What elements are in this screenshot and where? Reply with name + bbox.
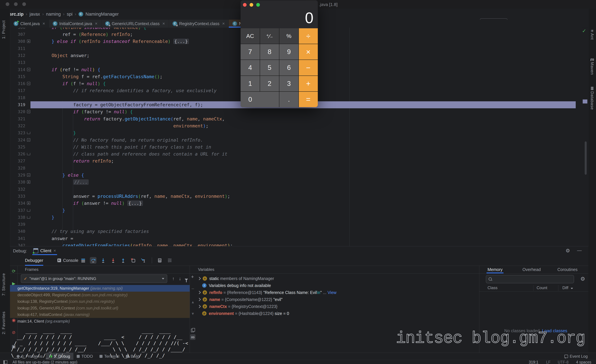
- frame-row[interactable]: main:14, Client (org.example): [10, 318, 190, 325]
- duplicate-watch-icon[interactable]: [191, 329, 194, 332]
- breadcrumb[interactable]: src.zip›javax›naming›spi›CNamingManager: [9, 9, 119, 20]
- editor-tab-genericurlcontext-class[interactable]: CGenericURLContext.class✕: [102, 20, 169, 28]
- calculator-window[interactable]: 0 AC⁺⁄₋%÷789×456−123+0.=: [241, 0, 318, 107]
- code-line-342[interactable]: 342 createObjectFromFactories(refInfo, n…: [10, 242, 582, 246]
- frame-row[interactable]: lookup:417, InitialContext (javax.naming…: [10, 311, 190, 318]
- memory-tab-coroutines[interactable]: Coroutines: [557, 266, 578, 273]
- code-line-322[interactable]: 322 environment);: [10, 122, 582, 129]
- calc-button-2[interactable]: 2: [260, 76, 279, 91]
- calc-zoom-button[interactable]: [256, 3, 260, 7]
- window-close-button[interactable]: [6, 2, 9, 6]
- calc-close-button[interactable]: [243, 3, 246, 7]
- breadcrumb-item[interactable]: naming: [46, 12, 61, 17]
- fold-marker[interactable]: −: [27, 138, 30, 141]
- calc-button-0[interactable]: 0: [241, 92, 279, 107]
- variable-row[interactable]: pname = {CompositeName@1222} "evil": [198, 296, 283, 303]
- view-link[interactable]: View: [328, 290, 336, 295]
- code-line-326[interactable]: 326 // class path and reference does not…: [10, 150, 582, 157]
- fold-marker[interactable]: [27, 153, 30, 155]
- memory-col-diff[interactable]: Diff: [562, 285, 573, 291]
- calc-button-×[interactable]: ×: [299, 44, 318, 59]
- tool-stripe-favorites[interactable]: 2: Favorites: [1, 312, 6, 335]
- calc-button-5[interactable]: 5: [260, 60, 279, 75]
- layout-settings-button[interactable]: [166, 257, 173, 264]
- code-line-327[interactable]: 327 return refInfo;: [10, 157, 582, 164]
- step-into-button[interactable]: [100, 257, 106, 264]
- fold-marker[interactable]: [27, 209, 30, 212]
- editor-tab-registrycontext-class[interactable]: CRegistryContext.class✕: [169, 20, 229, 28]
- close-icon[interactable]: ✕: [95, 22, 98, 26]
- rerun-icon[interactable]: ⟳: [10, 269, 17, 274]
- expand-chevron-icon[interactable]: [198, 291, 201, 294]
- calc-button-−[interactable]: −: [299, 60, 318, 75]
- breadcrumb-item[interactable]: spi: [67, 12, 73, 17]
- calc-button-8[interactable]: 8: [260, 44, 279, 59]
- move-watch-down-icon[interactable]: ▼: [191, 312, 195, 316]
- tool-stripe-maven[interactable]: m Maven: [590, 57, 595, 75]
- frame-row[interactable]: getObjectInstance:319, NamingManager (ja…: [10, 285, 190, 292]
- fold-marker[interactable]: [27, 216, 30, 219]
- calc-button-4[interactable]: 4: [241, 60, 260, 75]
- calc-button-AC[interactable]: AC: [241, 28, 260, 44]
- variable-row[interactable]: penvironment = {Hashtable@1224} size = 0: [198, 310, 289, 317]
- fold-marker[interactable]: +: [27, 201, 30, 205]
- code-line-337[interactable]: 337 }: [10, 207, 582, 214]
- calc-button-7[interactable]: 7: [241, 44, 260, 59]
- line-ending[interactable]: LF: [546, 360, 551, 364]
- frame-down-icon[interactable]: ↓: [179, 276, 181, 281]
- tab-console[interactable]: Console: [57, 255, 78, 266]
- fold-marker[interactable]: [27, 132, 30, 134]
- remove-watch-icon[interactable]: −: [191, 286, 194, 292]
- fold-marker[interactable]: +: [27, 40, 30, 43]
- fold-marker[interactable]: +: [27, 180, 30, 184]
- calc-button-÷[interactable]: ÷: [299, 28, 318, 44]
- caret-position[interactable]: 319:1: [529, 360, 538, 364]
- tool-stripe-ant[interactable]: ✳ Ant: [590, 29, 595, 40]
- step-over-button[interactable]: [90, 257, 97, 264]
- tool-window-toggle-icon[interactable]: [3, 360, 7, 364]
- calc-button-⁺⁄₋[interactable]: ⁺⁄₋: [260, 28, 279, 44]
- code-line-330[interactable]: 330+ //...: [10, 179, 582, 186]
- memory-tab-overhead[interactable]: Overhead: [522, 266, 541, 273]
- memory-col-count[interactable]: Count: [536, 285, 547, 291]
- variable-row[interactable]: pnameCtx = {RegistryContext@1223}: [198, 303, 277, 310]
- code-line-339[interactable]: 339: [10, 221, 582, 228]
- tool-stripe-project[interactable]: 1: Project: [1, 20, 6, 39]
- force-step-into-button[interactable]: [110, 257, 117, 264]
- calc-button-.[interactable]: .: [279, 92, 298, 107]
- thread-selector[interactable]: ✓ "main"@1 in group "main": RUNNING: [21, 274, 167, 283]
- calc-button-3[interactable]: 3: [279, 76, 298, 91]
- new-watch-icon[interactable]: +: [191, 274, 194, 280]
- frame-row[interactable]: lookup:138, RegistryContext (com.sun.jnd…: [10, 298, 190, 305]
- calc-button-1[interactable]: 1: [241, 76, 260, 91]
- show-return-values-icon[interactable]: ∞: [190, 334, 195, 340]
- code-line-332[interactable]: 332: [10, 186, 582, 193]
- fold-marker[interactable]: −: [27, 82, 30, 85]
- frame-row[interactable]: lookup:205, GenericURLContext (com.sun.j…: [10, 305, 190, 312]
- run-to-cursor-button[interactable]: [140, 257, 146, 264]
- expand-chevron-icon[interactable]: [198, 305, 201, 308]
- code-line-334[interactable]: 334+ if (answer != null) {...}: [10, 200, 582, 207]
- threads-view-icon[interactable]: [80, 257, 87, 264]
- indent-setting[interactable]: 4 spaces: [576, 360, 591, 364]
- code-line-323[interactable]: 323 }: [10, 129, 582, 136]
- calc-button-+[interactable]: +: [299, 76, 318, 91]
- move-watch-up-icon[interactable]: ▲: [191, 300, 195, 304]
- expand-chevron-icon[interactable]: [198, 298, 201, 301]
- variable-row[interactable]: iVariables debug info not available: [198, 282, 271, 289]
- event-log-button[interactable]: Event Log: [561, 353, 591, 360]
- calc-button-%[interactable]: %: [279, 28, 298, 44]
- fold-marker[interactable]: −: [27, 110, 30, 113]
- variable-row[interactable]: sstatic members of NamingManager: [198, 275, 274, 282]
- frame-up-icon[interactable]: ↑: [172, 276, 175, 281]
- memory-search-input[interactable]: [486, 275, 574, 283]
- calc-button-=[interactable]: =: [299, 92, 318, 107]
- close-icon[interactable]: ✕: [162, 22, 165, 26]
- tool-stripe-structure[interactable]: 7: Structure: [1, 273, 6, 297]
- calc-button-9[interactable]: 9: [279, 44, 298, 59]
- step-out-button[interactable]: [120, 257, 127, 264]
- fold-marker[interactable]: −: [27, 68, 30, 71]
- current-line-stripe-marker[interactable]: [583, 99, 587, 104]
- hide-frames-filter-icon[interactable]: [185, 279, 188, 281]
- tool-stripe-database[interactable]: Database: [590, 87, 595, 111]
